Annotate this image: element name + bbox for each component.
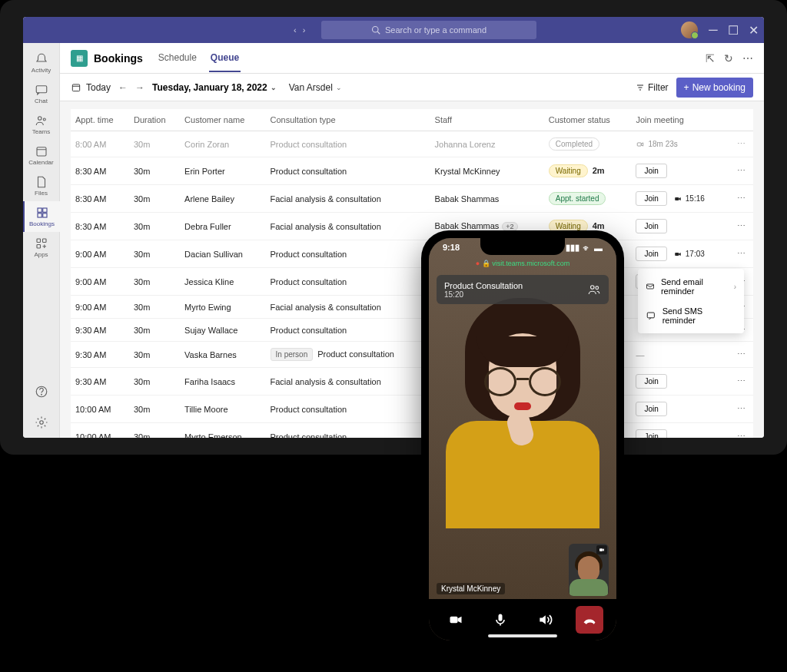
cell-join: Join	[631, 396, 727, 423]
rail-teams[interactable]: Teams	[23, 109, 60, 140]
more-icon[interactable]: ⋯	[742, 52, 753, 65]
app-title: Bookings	[94, 52, 143, 65]
next-day-button[interactable]: →	[135, 82, 144, 93]
org-picker[interactable]: Van Arsdel ⌄	[289, 82, 342, 93]
table-row[interactable]: 9:00 AM30mDacian SullivanProduct consult…	[71, 240, 753, 268]
table-row[interactable]: 8:00 AM30mCorin ZoranProduct consultatio…	[71, 131, 753, 157]
remote-participant	[453, 298, 592, 482]
prev-day-button[interactable]: ←	[118, 82, 128, 93]
popout-icon[interactable]: ⇱	[706, 52, 715, 65]
col-duration[interactable]: Duration	[129, 109, 180, 131]
cell-customer: Arlene Bailey	[180, 185, 265, 213]
self-view[interactable]	[569, 544, 609, 596]
end-call-button[interactable]	[576, 606, 603, 634]
rail-help[interactable]	[23, 376, 60, 407]
rail-apps[interactable]: Apps	[23, 232, 60, 263]
toggle-mic-button[interactable]	[486, 606, 514, 634]
col-join[interactable]: Join meeting	[631, 109, 727, 131]
today-button[interactable]: Today	[71, 82, 111, 93]
cell-duration: 30m	[129, 268, 180, 296]
search-input[interactable]: Search or type a command	[321, 21, 536, 39]
cell-type: Facial analysis & consultation	[266, 368, 430, 396]
app-screen: ‹ › Search or type a command ─ ☐ ✕ Activ…	[23, 17, 764, 438]
call-info-banner: Product Consultation 15:20	[437, 275, 609, 304]
rail-bookings[interactable]: Bookings	[23, 201, 60, 232]
cell-time: 9:00 AM	[71, 268, 129, 296]
table-row[interactable]: 9:30 AM30mFariha IsaacsFacial analysis &…	[71, 368, 753, 396]
join-button[interactable]: Join	[636, 429, 666, 438]
toggle-video-button[interactable]	[442, 606, 470, 634]
cell-customer: Myrto Emerson	[180, 423, 265, 439]
join-button[interactable]: Join	[636, 219, 666, 233]
table-row[interactable]: 9:30 AM30mVaska BarnesIn personProduct c…	[71, 342, 753, 368]
close-button[interactable]: ✕	[749, 25, 758, 35]
back-icon[interactable]: ‹	[294, 25, 297, 35]
maximize-button[interactable]: ☐	[729, 25, 738, 35]
svg-point-3	[38, 117, 42, 121]
send-email-reminder[interactable]: Send email reminder ›	[638, 272, 744, 301]
new-booking-button[interactable]: + New booking	[676, 78, 753, 98]
cell-time: 8:00 AM	[71, 131, 129, 157]
row-more-button[interactable]: ⋯	[728, 368, 753, 396]
cell-duration: 30m	[129, 296, 180, 319]
cell-duration: 30m	[129, 240, 180, 268]
svg-rect-7	[38, 208, 42, 212]
cell-duration: 30m	[129, 185, 180, 213]
row-more-button[interactable]: ⋯	[728, 131, 753, 157]
svg-rect-31	[499, 614, 503, 621]
lock-icon: 🔒	[482, 260, 490, 267]
filter-button[interactable]: Filter	[636, 82, 669, 93]
col-consult[interactable]: Consultation type	[266, 109, 430, 131]
cell-join: Join	[631, 213, 727, 240]
row-more-button[interactable]: ⋯	[728, 157, 753, 185]
date-picker[interactable]: Tuesday, January 18, 2022 ⌄	[152, 82, 277, 93]
tab-schedule[interactable]: Schedule	[157, 45, 198, 72]
minimize-button[interactable]: ─	[709, 25, 718, 35]
cell-time: 9:00 AM	[71, 296, 129, 319]
people-icon[interactable]	[587, 283, 601, 296]
col-status[interactable]: Customer status	[544, 109, 632, 131]
col-customer[interactable]: Customer name	[180, 109, 265, 131]
rail-chat[interactable]: Chat	[23, 78, 60, 109]
user-avatar[interactable]	[681, 22, 698, 38]
row-more-button[interactable]: ⋯	[728, 396, 753, 423]
join-button[interactable]: Join	[636, 402, 666, 416]
row-more-button[interactable]: ⋯	[728, 423, 753, 439]
row-more-button[interactable]: ⋯	[728, 240, 753, 268]
home-indicator[interactable]	[488, 634, 557, 637]
phone-clock: 9:18	[443, 243, 460, 253]
cell-duration: 30m	[129, 342, 180, 368]
join-button[interactable]: Join	[636, 191, 666, 206]
svg-point-28	[596, 286, 599, 290]
row-more-button[interactable]: ⋯	[728, 185, 753, 213]
table-row[interactable]: 8:30 AM30mArlene BaileyFacial analysis &…	[71, 185, 753, 213]
cell-duration: 30m	[129, 396, 180, 423]
join-button[interactable]: Join	[636, 164, 666, 178]
toggle-speaker-button[interactable]	[531, 606, 559, 634]
row-more-button[interactable]: ⋯	[728, 213, 753, 240]
table-row[interactable]: 8:30 AM30mDebra FullerFacial analysis & …	[71, 213, 753, 240]
rail-activity[interactable]: Activity	[23, 48, 60, 78]
rail-settings[interactable]	[23, 407, 60, 438]
cell-join: Join	[631, 157, 727, 185]
cell-status: Appt. started	[544, 185, 632, 213]
join-button[interactable]: Join	[636, 374, 666, 389]
refresh-icon[interactable]: ↻	[724, 52, 733, 65]
table-row[interactable]: 8:30 AM30mErin PorterProduct consultatio…	[71, 157, 753, 185]
rail-files[interactable]: Files	[23, 170, 60, 201]
tab-queue[interactable]: Queue	[209, 45, 241, 72]
join-button[interactable]: Join	[636, 247, 666, 261]
col-staff[interactable]: Staff	[430, 109, 544, 131]
col-appt-time[interactable]: Appt. time	[71, 109, 129, 131]
cell-join: 18m 23s	[631, 131, 727, 157]
cell-staff: Krystal McKinney	[430, 157, 544, 185]
cell-join: Join	[631, 423, 727, 439]
battery-icon: ▬	[594, 243, 603, 253]
row-more-button[interactable]: ⋯	[728, 342, 753, 368]
table-row[interactable]: 10:00 AM30mMyrto EmersonProduct consulta…	[71, 423, 753, 439]
cell-type: Product consultation	[266, 240, 430, 268]
table-row[interactable]: 10:00 AM30mTillie MooreProduct consultat…	[71, 396, 753, 423]
forward-icon[interactable]: ›	[303, 25, 306, 35]
rail-calendar[interactable]: Calendar	[23, 140, 60, 170]
send-sms-reminder[interactable]: Send SMS reminder	[638, 301, 744, 330]
